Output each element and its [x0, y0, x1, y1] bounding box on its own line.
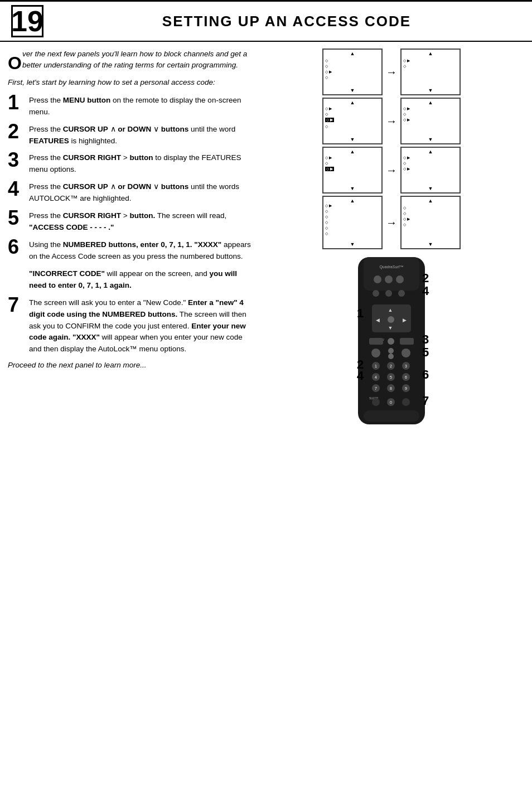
footer-note: Proceed to the next panel to learn more.…: [8, 361, 253, 369]
step-7-text: The screen will ask you to enter a "New …: [29, 297, 253, 356]
arrow-3: →: [386, 164, 397, 177]
svg-text:0: 0: [390, 400, 392, 404]
svg-text:▶: ▶: [403, 317, 407, 323]
note-text: "INCORRECT CODE" will appear on the scre…: [29, 268, 253, 292]
svg-text:4: 4: [357, 369, 364, 383]
step-3-text: Press the CURSOR RIGHT > button to displ…: [29, 152, 253, 176]
svg-text:3: 3: [422, 332, 429, 346]
svg-text:4: 4: [422, 284, 429, 298]
svg-point-8: [373, 290, 379, 297]
step-7: 7 The screen will ask you to enter a "Ne…: [8, 297, 253, 356]
tv-screen-2a: ▲ ◇ ▶ ◇ ◇ ▶ ◇ ▼: [322, 98, 383, 144]
arrow-1: →: [386, 66, 397, 79]
svg-text:8: 8: [390, 386, 392, 390]
intro-text: ver the next few panels you'll learn how…: [22, 50, 247, 69]
step-2-text: Press the CURSOR UP ∧ or DOWN ∨ buttons …: [29, 124, 253, 147]
drop-cap: O: [8, 50, 22, 76]
page-header: 19 Setting Up an Access Code: [0, 0, 532, 42]
tv-screen-3a: ▲ ◇ ▶ ◇ ◇ ▶ ▼: [322, 147, 383, 194]
tv-screen-4a: ▲ ◇ ▶ ◇ ◇ ◇ ◇ ◇ ▼: [322, 196, 383, 249]
svg-point-24: [371, 349, 380, 357]
svg-point-27: [402, 349, 410, 357]
screen-row-4: ▲ ◇ ▶ ◇ ◇ ◇ ◇ ◇ ▼ → ▲ ◇ ◇ ◇ ▶ ◇ ▼: [322, 196, 461, 249]
step-6-text: Using the NUMBERED buttons, enter 0, 7, …: [29, 239, 253, 263]
svg-point-5: [396, 275, 404, 283]
svg-text:1: 1: [357, 306, 364, 320]
svg-point-9: [385, 290, 392, 297]
svg-point-50: [372, 398, 380, 406]
tv-screen-3b: ▲ ◇ ▶ ◇ ◇ ▶ ▼: [400, 147, 461, 194]
page-number: 19: [11, 5, 43, 37]
svg-point-4: [385, 275, 393, 283]
step-1-text: Press the MENU button on the remote to d…: [29, 95, 253, 118]
svg-text:▲: ▲: [388, 307, 393, 313]
svg-text:5: 5: [422, 345, 429, 359]
svg-point-10: [398, 290, 405, 297]
svg-text:7: 7: [375, 386, 377, 390]
svg-text:4: 4: [375, 375, 377, 379]
step-4: 4 Press the CURSOR UP ∧ or DOWN ∨ button…: [8, 181, 253, 205]
screen-row-1: ▲ ◇ ◇ ◇ ▶ ◇ ▼ → ▲ ◇ ▶ ◇ ▼: [322, 49, 461, 95]
tv-screen-2b: ▲ ◇ ▶ ◇ ◇ ▶ ▼: [400, 98, 461, 144]
svg-text:QuadraSurf™: QuadraSurf™: [379, 265, 403, 269]
step-4-number: 4: [8, 179, 29, 199]
svg-text:5: 5: [390, 375, 392, 379]
svg-point-3: [374, 275, 381, 283]
step-1: 1 Press the MENU button on the remote to…: [8, 95, 253, 118]
svg-text:2: 2: [422, 271, 429, 285]
step-1-number: 1: [8, 93, 29, 113]
svg-text:7: 7: [422, 394, 429, 408]
svg-text:3: 3: [405, 364, 407, 368]
right-column: ▲ ◇ ◇ ◇ ▶ ◇ ▼ → ▲ ◇ ▶ ◇ ▼ ▲ ◇ ▶ ◇ ◇ ▶: [259, 49, 524, 441]
arrow-2: →: [386, 115, 397, 128]
svg-point-16: [388, 316, 394, 323]
step-3: 3 Press the CURSOR RIGHT > button to dis…: [8, 152, 253, 176]
tv-screen-1a: ▲ ◇ ◇ ◇ ▶ ◇ ▼: [322, 49, 383, 95]
arrow-4: →: [386, 216, 397, 229]
svg-point-25: [388, 348, 394, 354]
screen-row-3: ▲ ◇ ▶ ◇ ◇ ▶ ▼ → ▲ ◇ ▶ ◇ ◇ ▶ ▼: [322, 147, 461, 194]
main-content: O ver the next few panels you'll learn h…: [0, 49, 532, 441]
step-6: 6 Using the NUMBERED buttons, enter 0, 7…: [8, 239, 253, 263]
page-title: Setting Up an Access Code: [52, 13, 521, 30]
svg-point-26: [388, 354, 394, 359]
svg-rect-21: [400, 338, 414, 345]
step-5-number: 5: [8, 208, 29, 228]
svg-point-20: [388, 338, 394, 345]
remote-control: QuadraSurf™ 2 4 ▲: [336, 252, 447, 441]
svg-text:1: 1: [375, 364, 377, 368]
tv-screen-1b: ▲ ◇ ▶ ◇ ▼: [400, 49, 461, 95]
sub-intro: First, let's start by learning how to se…: [8, 77, 253, 88]
step-5-text: Press the CURSOR RIGHT > button. The scr…: [29, 210, 253, 234]
svg-text:6: 6: [405, 375, 407, 379]
tv-screen-4b: ▲ ◇ ◇ ◇ ▶ ◇ ▼: [400, 196, 461, 249]
step-2: 2 Press the CURSOR UP ∧ or DOWN ∨ button…: [8, 124, 253, 147]
note-box: "INCORRECT CODE" will appear on the scre…: [29, 268, 253, 292]
step-7-number: 7: [8, 295, 29, 315]
svg-text:9: 9: [405, 386, 407, 390]
left-column: O ver the next few panels you'll learn h…: [8, 49, 253, 441]
svg-rect-1: [364, 257, 419, 291]
step-6-number: 6: [8, 237, 29, 257]
svg-rect-55: [364, 410, 419, 422]
svg-point-53: [402, 398, 410, 406]
svg-text:◀: ◀: [376, 317, 380, 323]
svg-text:2: 2: [390, 364, 392, 368]
step-2-number: 2: [8, 122, 29, 142]
step-3-number: 3: [8, 150, 29, 170]
svg-text:▼: ▼: [388, 325, 393, 331]
screen-row-2: ▲ ◇ ▶ ◇ ◇ ▶ ◇ ▼ → ▲ ◇ ▶ ◇ ◇ ▶ ▼: [322, 98, 461, 144]
svg-rect-19: [369, 338, 383, 345]
step-5: 5 Press the CURSOR RIGHT > button. The s…: [8, 210, 253, 234]
svg-text:6: 6: [422, 367, 429, 381]
intro-paragraph: O ver the next few panels you'll learn h…: [8, 49, 253, 71]
step-4-text: Press the CURSOR UP ∧ or DOWN ∨ buttons …: [29, 181, 253, 205]
